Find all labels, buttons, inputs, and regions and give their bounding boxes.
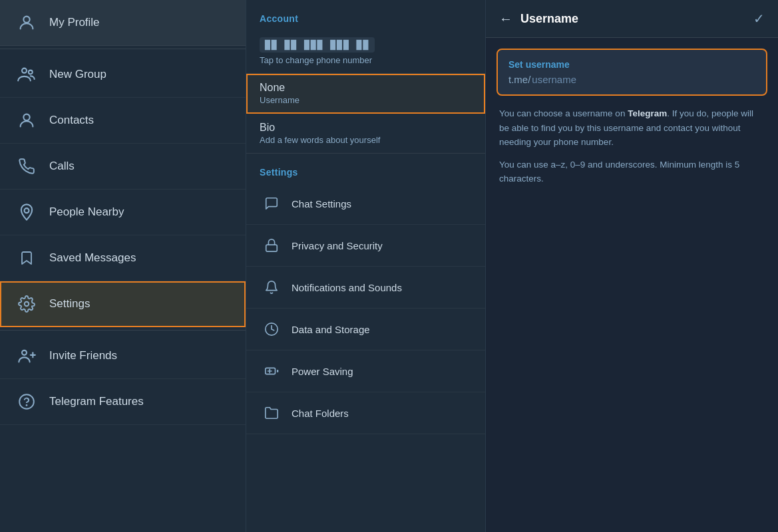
sidebar-label-invite-friends: Invite Friends — [49, 349, 117, 362]
sidebar-item-telegram-features[interactable]: Telegram Features — [0, 379, 246, 425]
description-para-2: You can use a–z, 0–9 and underscores. Mi… — [499, 158, 765, 186]
svg-point-2 — [29, 70, 33, 74]
sidebar-label-calls: Calls — [49, 160, 75, 173]
profile-icon — [13, 9, 40, 36]
set-username-label: Set username — [508, 59, 755, 70]
username-title: None — [260, 82, 472, 94]
sidebar-item-my-profile[interactable]: My Profile — [0, 0, 246, 46]
menu-label-notifications-sounds: Notifications and Sounds — [292, 282, 402, 293]
folder-icon — [260, 401, 284, 425]
svg-point-6 — [22, 350, 27, 355]
bookmark-icon — [13, 245, 40, 271]
svg-rect-11 — [266, 245, 278, 251]
username-sub: Username — [260, 95, 472, 105]
sidebar-item-contacts[interactable]: Contacts — [0, 98, 246, 144]
sidebar-item-saved-messages[interactable]: Saved Messages — [0, 235, 246, 281]
svg-point-0 — [23, 17, 29, 23]
menu-item-chat-folders[interactable]: Chat Folders — [246, 392, 485, 434]
sidebar-label-new-group: New Group — [49, 68, 106, 81]
sidebar-item-invite-friends[interactable]: Invite Friends — [0, 333, 246, 379]
username-input-row: t.me/ — [508, 74, 755, 85]
menu-label-data-storage: Data and Storage — [292, 324, 370, 335]
svg-point-4 — [25, 208, 29, 213]
settings-section-header: Settings — [246, 154, 485, 183]
menu-item-data-storage[interactable]: Data and Storage — [246, 309, 485, 350]
lock-icon — [260, 233, 284, 257]
contacts-icon — [13, 107, 40, 134]
svg-point-9 — [19, 394, 34, 409]
sidebar-label-people-nearby: People Nearby — [49, 205, 124, 219]
sidebar-label-saved-messages: Saved Messages — [49, 251, 136, 265]
sidebar-item-calls[interactable]: Calls — [0, 144, 246, 190]
bio-sub: Add a few words about yourself — [260, 135, 472, 145]
svg-point-3 — [23, 114, 29, 120]
right-panel-title: Username — [520, 12, 753, 26]
battery-icon — [260, 359, 284, 383]
menu-label-chat-folders: Chat Folders — [292, 408, 349, 419]
sidebar-label-my-profile: My Profile — [49, 16, 100, 29]
phone-number: ██ ██ ███ ███ ██ — [260, 37, 375, 53]
username-item[interactable]: None Username — [246, 74, 485, 114]
menu-label-privacy-security: Privacy and Security — [292, 240, 383, 251]
chat-icon — [260, 192, 284, 215]
calls-icon — [13, 153, 40, 180]
sidebar-label-telegram-features: Telegram Features — [49, 395, 144, 408]
menu-label-power-saving: Power Saving — [292, 366, 353, 377]
telegram-bold: Telegram — [628, 108, 667, 118]
bio-item[interactable]: Bio Add a few words about yourself — [246, 114, 485, 154]
menu-item-privacy-security[interactable]: Privacy and Security — [246, 225, 485, 267]
description-para-1: You can choose a username on Telegram. I… — [499, 106, 765, 150]
menu-item-power-saving[interactable]: Power Saving — [246, 350, 485, 392]
right-description: You can choose a username on Telegram. I… — [486, 106, 778, 194]
sidebar-item-settings[interactable]: Settings — [0, 281, 246, 327]
nearby-icon — [13, 199, 40, 225]
confirm-button[interactable]: ✓ — [753, 11, 765, 27]
tme-prefix: t.me/ — [508, 74, 530, 85]
help-icon — [13, 388, 40, 415]
gear-icon — [13, 291, 40, 317]
sidebar-label-settings: Settings — [49, 297, 90, 311]
group-icon — [13, 61, 40, 88]
menu-item-chat-settings[interactable]: Chat Settings — [246, 183, 485, 225]
clock-icon — [260, 317, 284, 341]
bio-title: Bio — [260, 122, 472, 134]
menu-item-notifications-sounds[interactable]: Notifications and Sounds — [246, 267, 485, 309]
right-header: ← Username ✓ — [486, 0, 778, 38]
right-panel: ← Username ✓ Set username t.me/ You can … — [486, 0, 778, 532]
sidebar-item-people-nearby[interactable]: People Nearby — [0, 190, 246, 235]
username-input[interactable] — [532, 74, 755, 85]
back-button[interactable]: ← — [499, 11, 512, 27]
sidebar: My Profile New Group Contacts Calls Peop… — [0, 0, 246, 532]
bell-icon — [260, 275, 284, 299]
account-section-header: Account — [246, 0, 485, 29]
account-section[interactable]: ██ ██ ███ ███ ██ Tap to change phone num… — [246, 29, 485, 74]
phone-hint: Tap to change phone number — [260, 55, 472, 65]
username-input-section: Set username t.me/ — [496, 49, 767, 96]
svg-point-1 — [22, 68, 27, 73]
middle-panel: Account ██ ██ ███ ███ ██ Tap to change p… — [246, 0, 486, 532]
svg-point-5 — [25, 302, 29, 307]
sidebar-label-contacts: Contacts — [49, 114, 94, 127]
sidebar-item-new-group[interactable]: New Group — [0, 52, 246, 98]
menu-label-chat-settings: Chat Settings — [292, 198, 351, 209]
invite-icon — [13, 342, 40, 369]
